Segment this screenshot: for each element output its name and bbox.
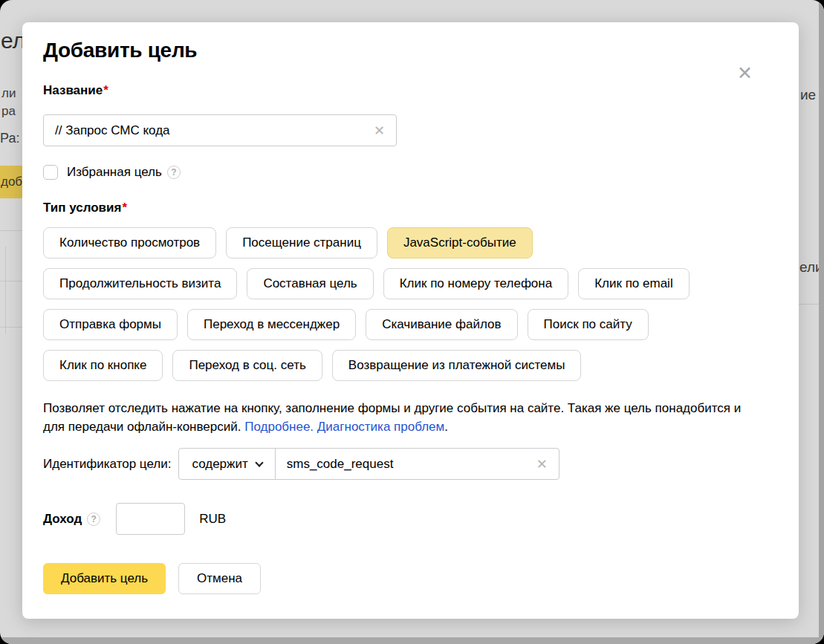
condition-chip[interactable]: Составная цель	[247, 268, 373, 299]
condition-chip[interactable]: Клик по email	[578, 268, 690, 299]
backdrop-divider	[0, 327, 22, 328]
backdrop-divider	[5, 247, 6, 334]
backdrop-text-fragment: ие	[800, 87, 816, 103]
revenue-input[interactable]	[116, 503, 185, 535]
window-right-edge	[819, 0, 824, 644]
condition-type-options: Количество просмотровПосещение страницJa…	[43, 227, 778, 381]
add-goal-button[interactable]: Добавить цель	[43, 563, 166, 594]
condition-chip[interactable]: Клик по номеру телефона	[383, 268, 568, 299]
identifier-operator-value: содержит	[192, 457, 247, 472]
condition-chip[interactable]: Поиск по сайту	[528, 309, 649, 340]
name-label-text: Название	[43, 83, 103, 97]
backdrop-divider	[0, 230, 22, 231]
condition-chip[interactable]: Возвращение из платежной системы	[332, 350, 582, 381]
backdrop-text-fragment: ра	[1, 104, 16, 119]
chevron-down-icon	[255, 458, 263, 466]
identifier-value-input[interactable]: sms_code_request ✕	[275, 448, 559, 480]
backdrop-button-label: доб	[1, 175, 22, 189]
required-asterisk: *	[122, 201, 127, 215]
goal-name-input[interactable]: // Запрос СМС кода ✕	[43, 114, 397, 146]
condition-description: Позволяет отследить нажатие на кнопку, з…	[43, 399, 758, 436]
condition-chip[interactable]: Посещение страниц	[226, 227, 377, 258]
cancel-button[interactable]: Отмена	[178, 563, 261, 594]
condition-chip[interactable]: Клик по кнопке	[43, 350, 163, 381]
currency-label: RUB	[199, 512, 226, 527]
close-icon[interactable]: ✕	[737, 64, 753, 82]
backdrop-text-fragment: Ра:	[0, 131, 19, 146]
condition-chip[interactable]: Отправка формы	[43, 309, 178, 340]
condition-chip[interactable]: Продолжительность визита	[43, 268, 237, 299]
diagnostics-link[interactable]: Диагностика проблем	[317, 420, 444, 434]
chip-row: Отправка формыПереход в мессенджерСкачив…	[43, 309, 778, 340]
chip-row: Клик по кнопкеПереход в соц. сетьВозвращ…	[43, 350, 778, 381]
window-bottom-edge	[0, 637, 824, 644]
clear-name-icon[interactable]: ✕	[374, 123, 385, 139]
modal-footer: Добавить цель Отмена	[43, 563, 778, 594]
screen: ел ли ра Ра: доб ие ели Добавить цель ✕ …	[0, 0, 824, 644]
add-goal-modal: Добавить цель ✕ Название* // Запрос СМС …	[22, 22, 799, 619]
help-icon[interactable]: ?	[167, 166, 181, 179]
more-link[interactable]: Подробнее.	[244, 420, 314, 434]
revenue-label: Доход	[43, 512, 82, 527]
condition-chip[interactable]: Переход в мессенджер	[187, 309, 356, 340]
condition-chip[interactable]: Переход в соц. сеть	[172, 350, 322, 381]
help-icon[interactable]: ?	[87, 513, 100, 526]
backdrop-divider	[0, 281, 22, 282]
favorite-goal-label: Избранная цель	[67, 165, 162, 180]
identifier-label: Идентификатор цели:	[43, 457, 171, 472]
favorite-goal-checkbox[interactable]	[43, 165, 58, 180]
description-tail: .	[444, 420, 448, 434]
required-asterisk: *	[103, 83, 108, 97]
condition-chip[interactable]: Скачивание файлов	[366, 309, 517, 340]
chip-row: Количество просмотровПосещение страницJa…	[43, 227, 778, 258]
name-field-label: Название*	[43, 83, 778, 98]
goal-identifier-row: Идентификатор цели: содержит sms_code_re…	[43, 448, 778, 480]
clear-identifier-icon[interactable]: ✕	[536, 456, 548, 472]
modal-title: Добавить цель	[43, 39, 778, 62]
condition-chip[interactable]: JavaScript-событие	[387, 227, 533, 258]
identifier-value: sms_code_request	[287, 457, 394, 472]
condition-type-label: Тип условия*	[43, 201, 778, 215]
identifier-operator-select[interactable]: содержит	[178, 448, 275, 480]
revenue-row: Доход ? RUB	[43, 503, 778, 535]
condition-label-text: Тип условия	[43, 201, 121, 215]
backdrop-yellow-button-fragment: доб	[0, 166, 25, 198]
backdrop-text-fragment: ли	[1, 86, 16, 101]
chip-row: Продолжительность визитаСоставная цельКл…	[43, 268, 778, 299]
favorite-goal-row: Избранная цель ?	[43, 165, 778, 180]
goal-name-value: // Запрос СМС кода	[55, 123, 170, 138]
condition-chip[interactable]: Количество просмотров	[43, 227, 216, 258]
